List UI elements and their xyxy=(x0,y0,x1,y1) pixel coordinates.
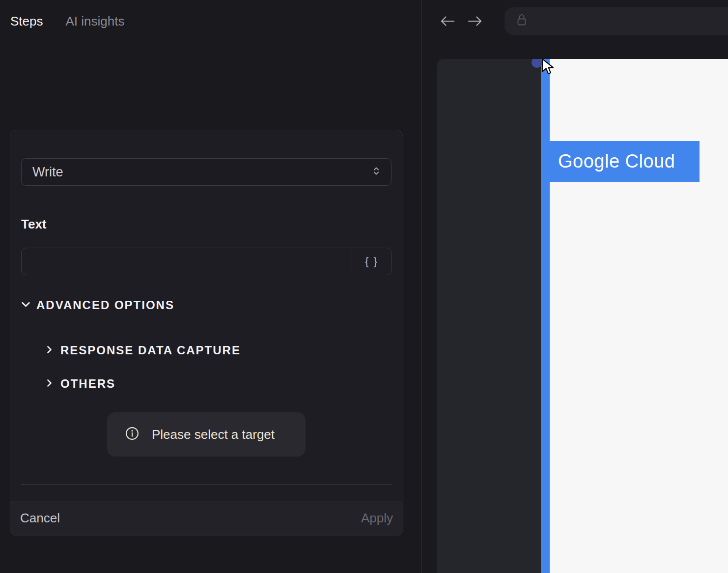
forward-button[interactable] xyxy=(467,15,483,28)
chevron-right-icon xyxy=(44,344,55,357)
others-toggle[interactable]: OTHERS xyxy=(44,377,115,391)
response-data-capture-label: RESPONSE DATA CAPTURE xyxy=(60,344,241,357)
select-target-notice: Please select a target xyxy=(107,412,306,457)
left-tabbar: Steps AI insights xyxy=(0,0,421,43)
page-background xyxy=(550,59,728,573)
text-input[interactable] xyxy=(22,248,352,275)
editor-footer: Cancel Apply xyxy=(10,501,403,536)
text-field-label: Text xyxy=(21,217,47,232)
response-data-capture-toggle[interactable]: RESPONSE DATA CAPTURE xyxy=(44,344,241,357)
cancel-button[interactable]: Cancel xyxy=(20,511,60,526)
steps-panel: Steps AI insights 1 Navigate to START_UR… xyxy=(0,0,421,573)
step-editor-card: Write Text { } xyxy=(10,130,403,536)
action-select-value: Write xyxy=(32,165,63,180)
select-target-notice-text: Please select a target xyxy=(152,427,275,442)
chevron-down-icon xyxy=(20,299,31,312)
lock-icon xyxy=(516,13,527,29)
step-row[interactable]: 1 Navigate to START_URL xyxy=(0,69,421,94)
browser-panel: Google Cloud xyxy=(421,0,728,573)
chevron-right-icon xyxy=(44,378,55,390)
arrow-left-icon xyxy=(439,21,456,29)
arrow-right-icon xyxy=(467,21,483,29)
address-bar[interactable] xyxy=(504,7,728,35)
footer-divider xyxy=(21,484,392,485)
others-label: OTHERS xyxy=(60,377,115,391)
advanced-options-label: ADVANCED OPTIONS xyxy=(36,298,174,312)
tab-ai-insights[interactable]: AI insights xyxy=(66,14,125,29)
page-brand-link[interactable]: Google Cloud xyxy=(550,141,700,182)
braces-icon: { } xyxy=(365,255,378,268)
app-window: Steps AI insights 1 Navigate to START_UR… xyxy=(0,0,728,573)
page-viewport: Google Cloud xyxy=(437,59,728,573)
advanced-options-toggle[interactable]: ADVANCED OPTIONS xyxy=(20,298,174,312)
chevrons-up-down-icon xyxy=(370,165,382,179)
page-sidebar-strip xyxy=(541,59,550,573)
back-button[interactable] xyxy=(439,15,456,28)
action-select[interactable]: Write xyxy=(21,158,392,186)
panel-divider xyxy=(421,0,421,573)
variable-braces-button[interactable]: { } xyxy=(352,248,391,275)
topbar-divider xyxy=(0,43,728,43)
info-icon xyxy=(125,426,140,443)
apply-button[interactable]: Apply xyxy=(361,511,393,526)
tab-steps[interactable]: Steps xyxy=(10,14,43,29)
text-input-group: { } xyxy=(21,248,392,275)
